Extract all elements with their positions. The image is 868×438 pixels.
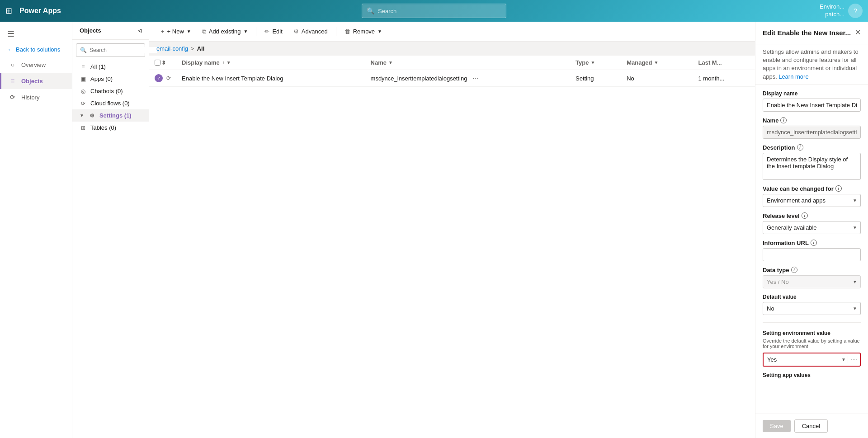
release-level-info-icon[interactable]: i [802, 212, 808, 219]
env-value-row: Yes No ▼ ⋯ [763, 353, 861, 367]
table-row[interactable]: ✓ ⟳ Enable the New Insert Template Dialo… [149, 70, 755, 87]
col-header-managed[interactable]: Managed ▼ [621, 56, 693, 70]
new-chevron-icon: ▼ [187, 29, 191, 34]
back-to-solutions[interactable]: ← Back to solutions [0, 42, 72, 57]
info-url-label: Information URL i [763, 240, 861, 246]
objects-search-bar[interactable]: 🔍 [76, 43, 145, 57]
sidebar-item-overview[interactable]: ○ Overview [0, 57, 72, 73]
col-header-displayname[interactable]: Display name ↑ ▼ [176, 56, 365, 70]
col-sort-icon: ⇕ [161, 60, 166, 66]
toolbar-divider-2 [336, 27, 336, 36]
value-changed-label: Value can be changed for i [763, 185, 861, 192]
section-divider [763, 322, 861, 323]
add-existing-button[interactable]: ⧉ Add existing ▼ [198, 26, 253, 38]
panel-header: Edit Enable the New Inser... ✕ [755, 22, 868, 44]
form-group-description: Description i Determines the Display sty… [763, 144, 861, 180]
description-textarea[interactable]: Determines the Display style of the Inse… [763, 153, 861, 180]
description-label: Description i [763, 144, 861, 151]
select-all-checkbox[interactable] [155, 60, 160, 66]
sidebar-item-objects[interactable]: ≡ Objects [0, 73, 72, 89]
env-value-more-button[interactable]: ⋯ [848, 356, 860, 363]
objects-nav-cloudflows[interactable]: ⟳ Cloud flows (0) [72, 97, 149, 109]
data-type-label: Data type i [763, 267, 861, 273]
search-input[interactable] [378, 8, 501, 14]
breadcrumb: email-config > All [149, 42, 755, 56]
col-header-name[interactable]: Name ▼ [365, 56, 571, 70]
env-value-chevron-icon: ▼ [841, 357, 846, 362]
default-value-select-wrap: No Yes ▼ [763, 302, 861, 315]
content-area: + + New ▼ ⧉ Add existing ▼ ✏ Edit ⚙ Adva… [149, 22, 755, 438]
managed-filter-icon[interactable]: ▼ [654, 60, 658, 65]
col-header-lastmod[interactable]: Last M... [693, 56, 755, 70]
objects-nav-tables[interactable]: ⊞ Tables (0) [72, 122, 149, 134]
edit-icon: ✏ [264, 28, 269, 35]
toolbar: + + New ▼ ⧉ Add existing ▼ ✏ Edit ⚙ Adva… [149, 22, 755, 42]
objects-nav-chatbots[interactable]: ◎ Chatbots (0) [72, 85, 149, 97]
objects-nav-apps[interactable]: ▣ Apps (0) [72, 73, 149, 85]
table-container: ⇕ Display name ↑ ▼ Name [149, 56, 755, 438]
new-button[interactable]: + + New ▼ [156, 26, 196, 37]
default-value-label: Default value [763, 294, 861, 300]
main-table: ⇕ Display name ↑ ▼ Name [149, 56, 755, 87]
hamburger-menu[interactable]: ☰ [0, 25, 72, 42]
displayname-filter-icon[interactable]: ▼ [226, 60, 231, 65]
grid-icon[interactable]: ⊞ [5, 6, 12, 16]
data-type-select: Yes / No [763, 275, 861, 288]
nav-search-icon: 🔍 [367, 7, 374, 14]
description-info-icon[interactable]: i [797, 144, 803, 151]
form-group-env-value: Setting environment value Override the d… [763, 330, 861, 367]
cancel-button[interactable]: Cancel [794, 419, 828, 433]
advanced-button[interactable]: ⚙ Advanced [289, 26, 332, 37]
displayname-sort-icon: ↑ [222, 60, 225, 65]
form-group-app-values: Setting app values [763, 372, 861, 378]
history-icon: ⟳ [9, 94, 17, 101]
objects-search-icon: 🔍 [80, 47, 87, 53]
remove-button[interactable]: 🗑 Remove ▼ [340, 26, 387, 37]
data-type-chevron-icon: ▼ [853, 279, 857, 284]
breadcrumb-parent[interactable]: email-config [156, 45, 188, 52]
info-url-info-icon[interactable]: i [811, 240, 817, 246]
panel-body: Display name Name i Description i Determ… [755, 85, 868, 414]
value-changed-select[interactable]: Environment and apps Environment only Ap… [763, 194, 861, 207]
col-header-check[interactable]: ⇕ [149, 56, 176, 70]
form-group-value-changed: Value can be changed for i Environment a… [763, 185, 861, 207]
objects-nav-all[interactable]: ≡ All (1) [72, 61, 149, 73]
value-changed-info-icon[interactable]: i [835, 185, 842, 192]
release-level-select[interactable]: Generally available Preview Experimental [763, 221, 861, 234]
chatbots-icon: ◎ [80, 88, 87, 94]
user-avatar[interactable]: ? [848, 4, 863, 18]
apps-icon: ▣ [80, 76, 87, 82]
row-more-icon[interactable]: ⋯ [470, 74, 481, 83]
displayname-input[interactable] [763, 99, 861, 112]
name-label: Name i [763, 117, 861, 124]
row-displayname[interactable]: Enable the New Insert Template Dialog [176, 70, 365, 87]
edit-button[interactable]: ✏ Edit [260, 26, 287, 37]
form-group-release-level: Release level i Generally available Prev… [763, 212, 861, 234]
add-existing-chevron-icon: ▼ [244, 29, 248, 34]
search-bar[interactable]: 🔍 [362, 4, 506, 18]
default-value-select[interactable]: No Yes [763, 302, 861, 315]
col-header-type[interactable]: Type ▼ [570, 56, 621, 70]
info-url-input[interactable] [763, 248, 861, 261]
form-group-default-value: Default value No Yes ▼ [763, 294, 861, 315]
save-button[interactable]: Save [763, 420, 791, 432]
objects-nav-settings[interactable]: ▼ ⚙ Settings (1) [72, 109, 149, 122]
panel-close-button[interactable]: ✕ [855, 29, 861, 36]
name-filter-icon[interactable]: ▼ [388, 60, 393, 65]
sidebar-item-history[interactable]: ⟳ History [0, 89, 72, 105]
learn-more-link[interactable]: Learn more [778, 73, 808, 80]
type-filter-icon[interactable]: ▼ [590, 60, 595, 65]
objects-search-input[interactable] [90, 47, 157, 53]
collapse-panel-icon[interactable]: ◁ [138, 28, 142, 33]
env-value-select[interactable]: Yes No [764, 353, 840, 366]
main-layout: ☰ ← Back to solutions ○ Overview ≡ Objec… [0, 22, 868, 438]
row-check-cell[interactable]: ✓ ⟳ [149, 70, 176, 87]
env-label: Environ... patch... [820, 3, 844, 19]
data-type-info-icon[interactable]: i [791, 267, 797, 273]
row-managed: No [621, 70, 693, 87]
form-group-name: Name i [763, 117, 861, 139]
edit-panel: Edit Enable the New Inser... ✕ Settings … [755, 22, 868, 438]
objects-panel: Objects ◁ 🔍 ≡ All (1) ▣ Apps (0) ◎ Chatb… [72, 22, 149, 438]
name-info-icon[interactable]: i [780, 117, 787, 123]
add-existing-icon: ⧉ [202, 28, 206, 35]
